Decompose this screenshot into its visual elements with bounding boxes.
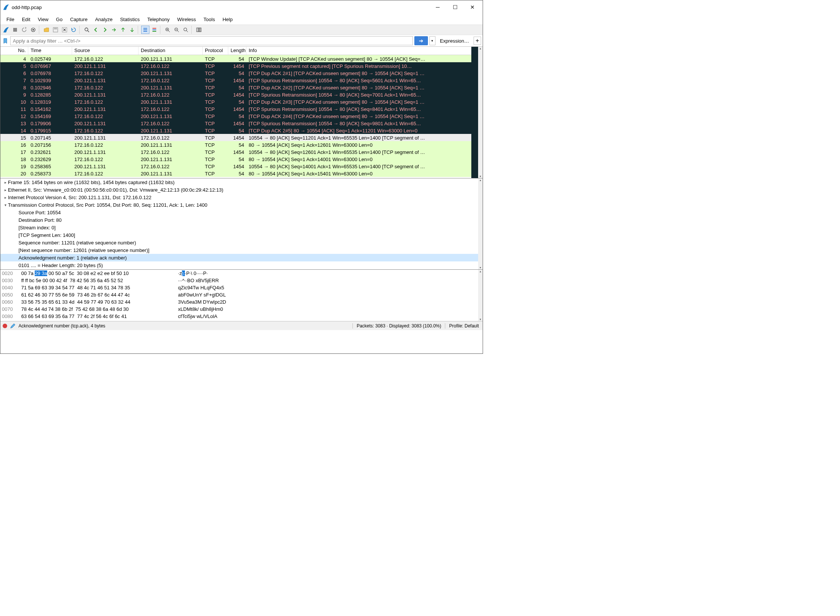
packet-row[interactable]: 80.102946172.16.0.122200.121.1.131TCP54[… bbox=[0, 84, 483, 91]
expression-button[interactable]: Expression… bbox=[437, 38, 472, 44]
packet-bytes-pane[interactable]: 0020 00 7a 29 3a 00 50 a7 5c 30 08 e2 e2… bbox=[0, 270, 483, 321]
details-row[interactable]: ▸Frame 15: 1454 bytes on wire (11632 bit… bbox=[0, 178, 483, 186]
hex-row[interactable]: 0080 63 66 54 63 69 35 6a 77 77 4c 2f 56… bbox=[0, 313, 483, 320]
column-no[interactable]: No. bbox=[0, 47, 28, 55]
menu-view[interactable]: View bbox=[34, 15, 52, 24]
close-file-icon[interactable] bbox=[60, 26, 69, 34]
go-forward-icon[interactable] bbox=[101, 26, 109, 34]
hex-row[interactable]: 0070 78 4c 44 4d 74 38 6b 2f 75 42 68 38… bbox=[0, 306, 483, 313]
packet-row[interactable]: 190.258365200.121.1.131172.16.0.122TCP14… bbox=[0, 163, 483, 170]
packet-row[interactable]: 100.128319172.16.0.122200.121.1.131TCP54… bbox=[0, 98, 483, 105]
zoom-in-icon[interactable] bbox=[163, 26, 172, 34]
filter-bookmark-icon[interactable] bbox=[2, 37, 9, 45]
go-back-icon[interactable] bbox=[92, 26, 100, 34]
menu-telephony[interactable]: Telephony bbox=[143, 15, 173, 24]
hex-row[interactable]: 0020 00 7a 29 3a 00 50 a7 5c 30 08 e2 e2… bbox=[0, 270, 483, 277]
details-row[interactable]: Acknowledgment number: 1 (relative ack n… bbox=[0, 254, 483, 261]
packet-row[interactable]: 70.102939200.121.1.131172.16.0.122TCP145… bbox=[0, 77, 483, 84]
hex-row[interactable]: 0090 57 4c 6c 35 63 43 79 4e 6d 63 36 52… bbox=[0, 320, 483, 321]
details-row[interactable]: ▸Internet Protocol Version 4, Src: 200.1… bbox=[0, 194, 483, 201]
packet-row[interactable]: 110.154162200.121.1.131172.16.0.122TCP14… bbox=[0, 105, 483, 112]
hex-row[interactable]: 0030 ff ff bc 5e 00 00 42 4f 78 42 56 35… bbox=[0, 277, 483, 284]
close-button[interactable]: ✕ bbox=[464, 2, 481, 13]
packet-row[interactable]: 150.207145200.121.1.131172.16.0.122TCP14… bbox=[0, 134, 483, 141]
packet-details-pane[interactable]: ▸Frame 15: 1454 bytes on wire (11632 bit… bbox=[0, 178, 483, 270]
open-file-icon[interactable] bbox=[42, 26, 51, 34]
packet-minimap[interactable] bbox=[471, 47, 478, 178]
menu-wireless[interactable]: Wireless bbox=[173, 15, 200, 24]
stop-capture-icon[interactable] bbox=[11, 26, 19, 34]
column-length[interactable]: Length bbox=[228, 47, 246, 55]
column-info[interactable]: Info bbox=[246, 47, 483, 55]
go-first-icon[interactable] bbox=[119, 26, 127, 34]
maximize-button[interactable]: ☐ bbox=[446, 2, 464, 13]
autoscroll-icon[interactable] bbox=[141, 26, 149, 34]
packet-row[interactable]: 50.076967200.121.1.131172.16.0.122TCP145… bbox=[0, 62, 483, 69]
packet-row[interactable]: 170.232621200.121.1.131172.16.0.122TCP14… bbox=[0, 148, 483, 155]
packet-row[interactable]: 180.232629172.16.0.122200.121.1.131TCP54… bbox=[0, 155, 483, 163]
filter-history-dropdown[interactable]: ▾ bbox=[429, 36, 435, 45]
svg-rect-18 bbox=[200, 28, 201, 32]
menu-help[interactable]: Help bbox=[219, 15, 237, 24]
tree-expander-icon[interactable]: ▾ bbox=[3, 203, 8, 207]
tree-expander-icon[interactable]: ▸ bbox=[3, 195, 8, 200]
menu-statistics[interactable]: Statistics bbox=[116, 15, 143, 24]
hex-scrollbar[interactable] bbox=[478, 270, 483, 321]
menu-tools[interactable]: Tools bbox=[200, 15, 218, 24]
go-to-packet-icon[interactable] bbox=[110, 26, 118, 34]
minimize-button[interactable]: ─ bbox=[429, 2, 446, 13]
details-row[interactable]: Source Port: 10554 bbox=[0, 209, 483, 216]
packet-row[interactable]: 120.154169172.16.0.122200.121.1.131TCP54… bbox=[0, 112, 483, 120]
packet-list-scrollbar[interactable] bbox=[478, 47, 483, 178]
display-filter-input[interactable] bbox=[10, 36, 413, 45]
details-row[interactable]: Destination Port: 80 bbox=[0, 216, 483, 224]
menu-edit[interactable]: Edit bbox=[18, 15, 34, 24]
menu-analyze[interactable]: Analyze bbox=[91, 15, 116, 24]
packet-row[interactable]: 200.258373172.16.0.122200.121.1.131TCP54… bbox=[0, 170, 483, 177]
zoom-out-icon[interactable] bbox=[172, 26, 181, 34]
hex-row[interactable]: 0050 61 62 46 30 77 55 6e 59 73 46 2b 67… bbox=[0, 291, 483, 298]
restart-capture-icon[interactable] bbox=[20, 26, 28, 34]
menu-file[interactable]: File bbox=[3, 15, 18, 24]
details-row[interactable]: [TCP Segment Len: 1400] bbox=[0, 231, 483, 239]
go-last-icon[interactable] bbox=[128, 26, 136, 34]
column-time[interactable]: Time bbox=[28, 47, 72, 55]
resize-columns-icon[interactable] bbox=[195, 26, 203, 34]
sharkfin-small-icon[interactable] bbox=[2, 26, 10, 34]
tree-expander-icon[interactable]: ▸ bbox=[3, 180, 8, 184]
column-protocol[interactable]: Protocol bbox=[203, 47, 228, 55]
tree-expander-icon[interactable]: ▸ bbox=[3, 188, 8, 192]
packet-list-header[interactable]: No. Time Source Destination Protocol Len… bbox=[0, 47, 483, 55]
column-source[interactable]: Source bbox=[72, 47, 138, 55]
colorize-icon[interactable] bbox=[150, 26, 158, 34]
packet-row[interactable]: 60.076978172.16.0.122200.121.1.131TCP54[… bbox=[0, 69, 483, 77]
column-destination[interactable]: Destination bbox=[138, 47, 203, 55]
details-row[interactable]: ▸Ethernet II, Src: Vmware_c0:00:01 (00:5… bbox=[0, 186, 483, 194]
details-row[interactable]: ▾Transmission Control Protocol, Src Port… bbox=[0, 201, 483, 209]
details-row[interactable]: [Stream index: 0] bbox=[0, 224, 483, 231]
edit-capture-comment-icon[interactable] bbox=[9, 323, 16, 329]
expert-info-icon[interactable] bbox=[3, 324, 7, 328]
reload-file-icon[interactable] bbox=[69, 26, 78, 34]
details-row[interactable]: [Next sequence number: 12601 (relative s… bbox=[0, 246, 483, 254]
hex-row[interactable]: 0060 33 56 75 35 65 61 33 4d 44 59 77 49… bbox=[0, 298, 483, 306]
add-filter-button[interactable]: + bbox=[474, 37, 481, 45]
status-profile-text[interactable]: Profile: Default bbox=[445, 323, 483, 329]
packet-row[interactable]: 40.025749172.16.0.122200.121.1.131TCP54[… bbox=[0, 55, 483, 62]
menu-go[interactable]: Go bbox=[52, 15, 66, 24]
details-scrollbar[interactable] bbox=[478, 178, 483, 269]
details-row[interactable]: Sequence number: 11201 (relative sequenc… bbox=[0, 239, 483, 246]
capture-options-icon[interactable] bbox=[29, 26, 37, 34]
packet-row[interactable]: 130.179906200.121.1.131172.16.0.122TCP14… bbox=[0, 120, 483, 127]
menu-capture[interactable]: Capture bbox=[66, 15, 91, 24]
packet-row[interactable]: 140.179915172.16.0.122200.121.1.131TCP54… bbox=[0, 127, 483, 134]
hex-row[interactable]: 0040 71 5a 69 63 39 34 54 77 48 4c 71 46… bbox=[0, 284, 483, 291]
apply-filter-button[interactable]: ➔ bbox=[414, 36, 428, 45]
packet-row[interactable]: 90.128285200.121.1.131172.16.0.122TCP145… bbox=[0, 91, 483, 98]
save-file-icon[interactable] bbox=[51, 26, 60, 34]
packet-row[interactable]: 160.207156172.16.0.122200.121.1.131TCP54… bbox=[0, 141, 483, 148]
zoom-reset-icon[interactable] bbox=[182, 26, 190, 34]
packet-list-body[interactable]: 40.025749172.16.0.122200.121.1.131TCP54[… bbox=[0, 55, 483, 178]
find-packet-icon[interactable] bbox=[83, 26, 91, 34]
details-row[interactable]: 0101 .... = Header Length: 20 bytes (5) bbox=[0, 261, 483, 269]
